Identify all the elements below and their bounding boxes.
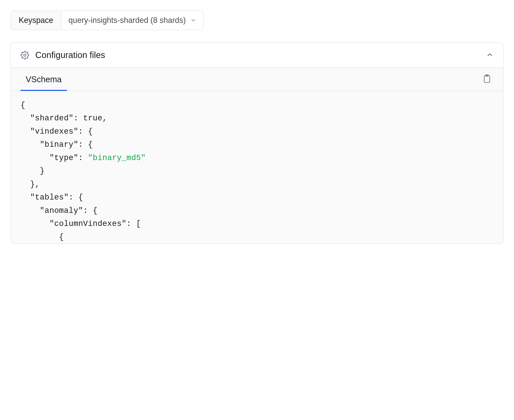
svg-point-0 bbox=[24, 54, 26, 56]
configuration-files-header[interactable]: Configuration files bbox=[11, 43, 503, 68]
keyspace-selector-row: Keyspace query-insights-sharded (8 shard… bbox=[10, 10, 504, 30]
keyspace-dropdown[interactable]: query-insights-sharded (8 shards) bbox=[61, 10, 204, 30]
tab-row: VSchema bbox=[11, 68, 503, 91]
tab-vschema[interactable]: VSchema bbox=[21, 68, 67, 91]
configuration-files-card: Configuration files VSchema { "sharded":… bbox=[10, 42, 504, 244]
gear-icon bbox=[21, 51, 29, 60]
keyspace-selected-value: query-insights-sharded (8 shards) bbox=[68, 16, 186, 25]
configuration-files-title: Configuration files bbox=[35, 50, 105, 60]
chevron-down-icon bbox=[191, 17, 196, 23]
chevron-up-icon bbox=[486, 51, 493, 59]
clipboard-icon bbox=[483, 74, 491, 83]
vschema-code: { "sharded": true, "vindexes": { "binary… bbox=[11, 91, 503, 244]
copy-button[interactable] bbox=[480, 72, 493, 87]
svg-rect-1 bbox=[484, 76, 490, 82]
keyspace-label: Keyspace bbox=[10, 10, 61, 30]
